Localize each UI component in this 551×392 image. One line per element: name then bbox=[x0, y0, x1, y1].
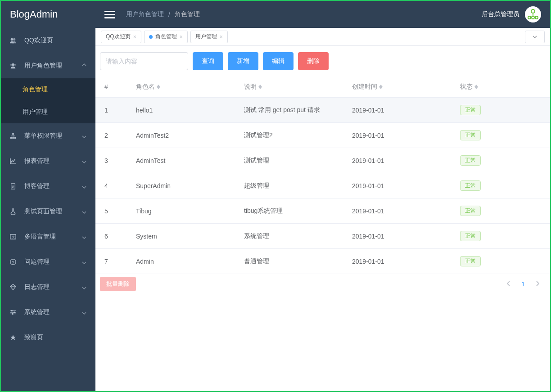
th-status[interactable]: 状态 bbox=[456, 77, 550, 98]
sidebar-item-label: 多语言管理 bbox=[24, 233, 56, 241]
cell-status: 正常 bbox=[456, 249, 550, 274]
close-icon[interactable]: × bbox=[220, 34, 223, 40]
svg-point-4 bbox=[14, 64, 16, 66]
chevron-down-icon bbox=[82, 284, 86, 291]
admin-label: 后台总管理员 bbox=[482, 10, 519, 18]
sidebar-item-7[interactable]: ?问题管理 bbox=[1, 249, 95, 275]
breadcrumb-parent[interactable]: 用户角色管理 bbox=[126, 10, 164, 18]
chart-icon bbox=[10, 158, 21, 164]
sidebar-item-3[interactable]: 报表管理 bbox=[1, 149, 95, 174]
status-badge: 正常 bbox=[460, 155, 481, 166]
chevron-down-icon bbox=[82, 309, 86, 316]
sort-icon[interactable] bbox=[157, 85, 160, 89]
svg-point-2 bbox=[12, 63, 14, 66]
cell-index: 4 bbox=[95, 173, 131, 198]
content-area: 查询 新增 编辑 删除 # 角色名 说明 创建时间 状态 1hello1测试 常… bbox=[95, 46, 550, 391]
status-badge: 正常 bbox=[460, 206, 481, 216]
sidebar: BlogAdmin QQ欢迎页用户角色管理角色管理用户管理菜单权限管理报表管理博… bbox=[1, 1, 95, 391]
svg-text:?: ? bbox=[12, 260, 14, 265]
batch-delete-button[interactable]: 批量删除 bbox=[100, 277, 136, 291]
close-icon[interactable]: × bbox=[133, 34, 136, 40]
breadcrumb-current: 角色管理 bbox=[175, 10, 200, 18]
pager-prev[interactable] bbox=[505, 279, 512, 289]
avatar[interactable] bbox=[525, 6, 541, 23]
status-badge: 正常 bbox=[460, 256, 481, 266]
svg-point-1 bbox=[13, 38, 15, 41]
table-row[interactable]: 3AdminTest测试管理2019-01-01正常 bbox=[95, 148, 550, 173]
table-row[interactable]: 6System系统管理2019-01-01正常 bbox=[95, 224, 550, 249]
sidebar-item-6[interactable]: 文多语言管理 bbox=[1, 224, 95, 249]
cell-time: 2019-01-01 bbox=[348, 224, 456, 249]
svg-rect-8 bbox=[14, 137, 16, 139]
cell-desc: 测试管理 bbox=[239, 148, 348, 173]
chevron-down-icon bbox=[82, 208, 86, 215]
flask-icon bbox=[10, 208, 21, 215]
svg-point-22 bbox=[11, 310, 13, 312]
edit-button[interactable]: 编辑 bbox=[263, 52, 294, 70]
sidebar-item-label: 博客管理 bbox=[24, 182, 50, 190]
search-input[interactable] bbox=[100, 52, 188, 70]
sort-icon[interactable] bbox=[379, 85, 383, 89]
delete-button[interactable]: 删除 bbox=[298, 52, 329, 70]
cell-index: 2 bbox=[95, 123, 131, 148]
cell-status: 正常 bbox=[456, 123, 550, 148]
sidebar-item-label: 用户角色管理 bbox=[24, 62, 62, 70]
role-table: # 角色名 说明 创建时间 状态 1hello1测试 常用 get post p… bbox=[95, 77, 550, 274]
cell-status: 正常 bbox=[456, 198, 550, 224]
tabs-more-button[interactable] bbox=[525, 31, 545, 43]
status-badge: 正常 bbox=[460, 105, 481, 115]
sidebar-subitem-1-0[interactable]: 角色管理 bbox=[1, 78, 95, 101]
sort-icon[interactable] bbox=[474, 85, 478, 89]
tab-0[interactable]: QQ欢迎页× bbox=[101, 31, 141, 43]
sidebar-item-label: 致谢页 bbox=[24, 333, 43, 342]
table-row[interactable]: 2AdminTest2测试管理22019-01-01正常 bbox=[95, 123, 550, 148]
cell-time: 2019-01-01 bbox=[348, 123, 456, 148]
table-row[interactable]: 7Admin普通管理2019-01-01正常 bbox=[95, 249, 550, 274]
cell-status: 正常 bbox=[456, 98, 550, 123]
svg-text:文: 文 bbox=[12, 235, 15, 239]
sidebar-item-8[interactable]: 日志管理 bbox=[1, 275, 95, 300]
th-name[interactable]: 角色名 bbox=[131, 77, 239, 98]
svg-rect-7 bbox=[12, 137, 14, 139]
cell-name: AdminTest bbox=[131, 148, 239, 173]
cell-index: 3 bbox=[95, 148, 131, 173]
cell-time: 2019-01-01 bbox=[348, 198, 456, 224]
sidebar-item-2[interactable]: 菜单权限管理 bbox=[1, 123, 95, 149]
sidebar-item-10[interactable]: 致谢页 bbox=[1, 325, 95, 350]
table-row[interactable]: 1hello1测试 常用 get post put 请求2019-01-01正常 bbox=[95, 98, 550, 123]
svg-marker-33 bbox=[157, 87, 160, 89]
sidebar-item-5[interactable]: 测试页面管理 bbox=[1, 199, 95, 224]
sidebar-item-0[interactable]: QQ欢迎页 bbox=[1, 28, 95, 53]
sort-icon[interactable] bbox=[258, 85, 262, 89]
sidebar-item-9[interactable]: 系统管理 bbox=[1, 300, 95, 325]
sidebar-subitem-1-1[interactable]: 用户管理 bbox=[1, 101, 95, 123]
tabs-bar: QQ欢迎页×角色管理×用户管理× bbox=[95, 28, 550, 46]
th-time[interactable]: 创建时间 bbox=[348, 77, 456, 98]
th-desc[interactable]: 说明 bbox=[239, 77, 348, 98]
tab-1[interactable]: 角色管理× bbox=[144, 31, 188, 43]
status-badge: 正常 bbox=[460, 231, 481, 241]
close-icon[interactable]: × bbox=[180, 34, 183, 40]
svg-point-0 bbox=[11, 38, 13, 41]
cell-time: 2019-01-01 bbox=[348, 98, 456, 123]
hamburger-icon[interactable] bbox=[104, 9, 115, 20]
tab-label: QQ欢迎页 bbox=[106, 33, 131, 41]
add-button[interactable]: 新增 bbox=[228, 52, 258, 70]
svg-point-26 bbox=[531, 9, 535, 13]
pager-page-1[interactable]: 1 bbox=[521, 280, 525, 288]
th-index[interactable]: # bbox=[95, 77, 131, 98]
sidebar-item-4[interactable]: 博客管理 bbox=[1, 174, 95, 199]
table-row[interactable]: 5Tibugtibug系统管理2019-01-01正常 bbox=[95, 198, 550, 224]
tab-2[interactable]: 用户管理× bbox=[190, 31, 228, 43]
pager-next[interactable] bbox=[534, 279, 541, 289]
svg-marker-37 bbox=[379, 87, 383, 89]
table-row[interactable]: 4SuperAdmin超级管理2019-01-01正常 bbox=[95, 173, 550, 198]
sliders-icon bbox=[10, 309, 21, 315]
query-button[interactable]: 查询 bbox=[193, 52, 223, 70]
svg-rect-6 bbox=[10, 137, 12, 139]
sidebar-menu: QQ欢迎页用户角色管理角色管理用户管理菜单权限管理报表管理博客管理测试页面管理文… bbox=[1, 28, 95, 391]
sidebar-item-1[interactable]: 用户角色管理 bbox=[1, 53, 95, 78]
cell-status: 正常 bbox=[456, 148, 550, 173]
cell-name: System bbox=[131, 224, 239, 249]
cell-status: 正常 bbox=[456, 173, 550, 198]
